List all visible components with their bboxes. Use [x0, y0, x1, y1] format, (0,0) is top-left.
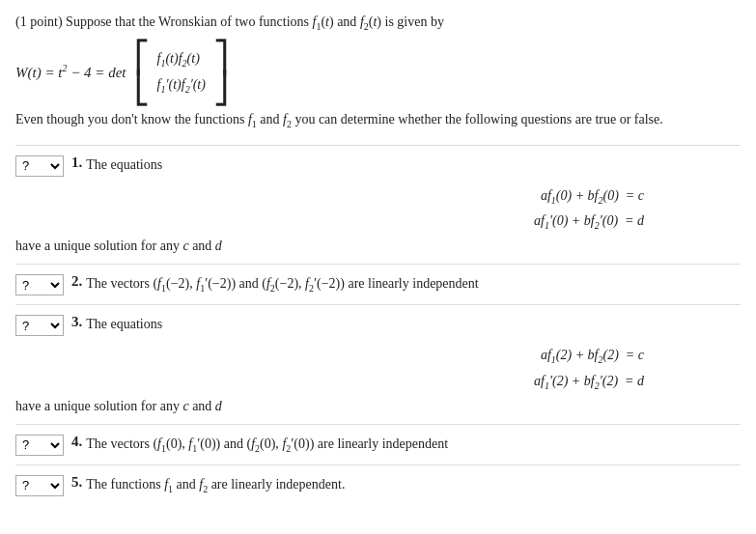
q3-eq2: af1′(2) + bf2′(2) = d — [534, 369, 644, 395]
matrix-row-2: f1′(t)f2′(t) — [157, 72, 206, 98]
question-2-block: ? True False 2. The vectors (f1(−2), f1′… — [15, 270, 741, 298]
matrix-content: f1(t)f2(t) f1′(t)f2′(t) — [157, 46, 206, 98]
question-3-dropdown[interactable]: ? True False — [15, 315, 64, 336]
question-3-block: ? True False 3. The equations af1(2) + b… — [15, 311, 741, 414]
question-3-text: The equations — [86, 314, 162, 334]
bracket-left: ⎡⎣ — [134, 42, 150, 103]
question-4-dropdown[interactable]: ? True False — [15, 435, 64, 456]
question-5-text: The functions f1 and f2 are linearly ind… — [86, 474, 345, 496]
question-5-dropdown[interactable]: ? True False — [15, 475, 64, 496]
even-though-text: Even though you don't know the functions… — [15, 109, 741, 131]
divider-2 — [15, 264, 741, 265]
question-4-row: ? True False 4. The vectors (f1(0), f1′(… — [15, 431, 741, 459]
question-3-row: ? True False 3. The equations — [15, 311, 741, 339]
divider-1 — [15, 145, 741, 146]
question-5-block: ? True False 5. The functions f1 and f2 … — [15, 471, 741, 499]
question-4-block: ? True False 4. The vectors (f1(0), f1′(… — [15, 431, 741, 459]
q3-followup: have a unique solution for any c and d — [15, 399, 741, 414]
point-label: (1 point) Suppose that the Wronskian of … — [15, 14, 444, 29]
question-5-number: 5. — [71, 474, 82, 491]
q3-equations: af1(2) + bf2(2) = c af1′(2) + bf2′(2) = … — [15, 343, 741, 395]
divider-4 — [15, 424, 741, 425]
q1-eq1: af1(0) + bf2(0) = c — [541, 183, 644, 210]
q1-followup: have a unique solution for any c and d — [15, 239, 741, 254]
bracket-right: ⎤⎦ — [213, 42, 229, 103]
question-1-block: ? True False 1. The equations af1(0) + b… — [15, 152, 741, 255]
question-2-dropdown[interactable]: ? True False — [15, 274, 64, 295]
wronskian-lhs: W(t) = t2 − 4 = det — [15, 63, 126, 81]
matrix-row-1: f1(t)f2(t) — [157, 46, 206, 72]
question-1-number: 1. — [71, 155, 82, 171]
question-2-number: 2. — [71, 273, 82, 290]
wronskian-formula: W(t) = t2 − 4 = det ⎡⎣ f1(t)f2(t) f1′(t)… — [15, 42, 741, 103]
q1-equations: af1(0) + bf2(0) = c af1′(0) + bf2′(0) = … — [15, 183, 741, 236]
question-2-text: The vectors (f1(−2), f1′(−2)) and (f2(−2… — [86, 273, 478, 295]
question-1-row: ? True False 1. The equations — [15, 152, 741, 180]
q3-eq1: af1(2) + bf2(2) = c — [541, 343, 644, 369]
intro-paragraph: (1 point) Suppose that the Wronskian of … — [15, 12, 741, 34]
question-1-dropdown[interactable]: ? True False — [15, 155, 64, 177]
question-1-text: The equations — [86, 155, 162, 175]
q1-eq2: af1′(0) + bf2′(0) = d — [534, 209, 644, 235]
question-4-number: 4. — [71, 434, 82, 450]
divider-5 — [15, 464, 741, 465]
divider-3 — [15, 304, 741, 305]
question-3-number: 3. — [71, 314, 82, 330]
question-4-text: The vectors (f1(0), f1′(0)) and (f2(0), … — [86, 434, 448, 456]
question-2-row: ? True False 2. The vectors (f1(−2), f1′… — [15, 270, 741, 298]
question-5-row: ? True False 5. The functions f1 and f2 … — [15, 471, 741, 499]
